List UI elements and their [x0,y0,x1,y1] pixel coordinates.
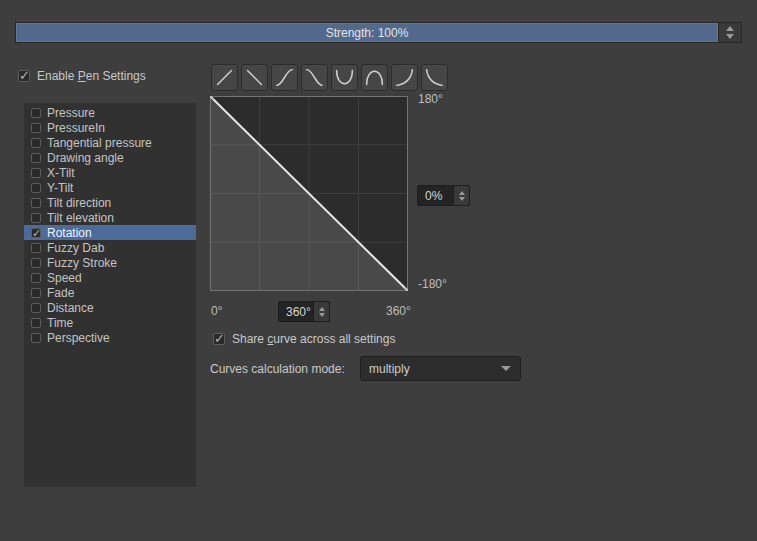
curves-mode-dropdown[interactable]: multiply [360,356,521,381]
sensor-row[interactable]: Y-Tilt [24,180,196,195]
sensor-checkbox[interactable] [31,198,41,208]
sensor-checkbox[interactable] [31,228,41,238]
sensor-list: Pressure PressureIn Tangential pressure … [24,103,196,487]
curve-s-ascending-button[interactable] [271,64,298,91]
x-max-label: 360° [386,304,411,318]
sensor-label: Time [47,316,73,330]
x-range-value[interactable]: 360° [279,305,313,319]
curve-u-icon [332,65,357,90]
sensor-row[interactable]: Tilt elevation [24,210,196,225]
curves-mode-value: multiply [361,362,501,376]
strength-slider[interactable]: Strength: 100% [15,22,742,43]
x-range-spin-buttons[interactable] [313,302,329,321]
spin-down-icon[interactable] [459,197,465,201]
sensor-row[interactable]: PressureIn [24,120,196,135]
sensor-checkbox[interactable] [31,258,41,268]
sensor-label: X-Tilt [47,166,75,180]
sensor-row[interactable]: Rotation [24,225,196,240]
sensor-row[interactable]: Tilt direction [24,195,196,210]
curve-j-descending-button[interactable] [421,64,448,91]
y-offset-spinbox[interactable]: 0% [417,185,470,206]
curve-j-descending-icon [422,65,447,90]
sensor-checkbox[interactable] [31,243,41,253]
share-curve-checkbox[interactable]: Share curve across all settings [213,332,395,346]
sensor-label: Perspective [47,331,110,345]
x-range-spinbox[interactable]: 360° [278,301,330,322]
sensor-label: Tilt elevation [47,211,114,225]
y-offset-value[interactable]: 0% [418,189,453,203]
sensor-label: PressureIn [47,121,105,135]
sensor-checkbox[interactable] [31,303,41,313]
sensor-label: Rotation [47,226,92,240]
y-offset-spin-buttons[interactable] [453,186,469,205]
enable-pen-settings-label: Enable Pen Settings [37,69,146,83]
sensor-checkbox[interactable] [31,123,41,133]
sensor-label: Fuzzy Stroke [47,256,117,270]
spin-up-icon[interactable] [459,191,465,195]
curve-linear-descending-button[interactable] [241,64,268,91]
curve-u-button[interactable] [331,64,358,91]
curve-editor[interactable] [210,96,408,291]
curves-mode-label: Curves calculation mode: [210,362,345,376]
strength-spinner[interactable] [718,23,741,42]
sensor-row[interactable]: X-Tilt [24,165,196,180]
sensor-checkbox[interactable] [31,168,41,178]
curve-linear-descending-icon [242,65,267,90]
curve-linear-ascending-button[interactable] [211,64,238,91]
curve-arch-button[interactable] [361,64,388,91]
sensor-checkbox[interactable] [31,273,41,283]
sensor-row[interactable]: Perspective [24,330,196,345]
pen-settings-dialog: { "colors": { "accent_blue": "#52698c", … [0,0,757,541]
sensor-label: Fade [47,286,74,300]
sensor-row[interactable]: Drawing angle [24,150,196,165]
sensor-checkbox[interactable] [31,288,41,298]
share-curve-label: Share curve across all settings [232,332,395,346]
sensor-row[interactable]: Pressure [24,105,196,120]
checkbox-icon[interactable] [213,333,225,345]
strength-slider-fill[interactable]: Strength: 100% [16,23,718,42]
sensor-row[interactable]: Tangential pressure [24,135,196,150]
sensor-checkbox[interactable] [31,318,41,328]
chevron-down-icon [501,366,511,371]
sensor-row[interactable]: Speed [24,270,196,285]
sensor-checkbox[interactable] [31,333,41,343]
sensor-row[interactable]: Fuzzy Dab [24,240,196,255]
sensor-checkbox[interactable] [31,183,41,193]
sensor-checkbox[interactable] [31,213,41,223]
sensor-label: Tilt direction [47,196,111,210]
sensor-row[interactable]: Time [24,315,196,330]
spin-up-icon[interactable] [726,26,734,31]
sensor-checkbox[interactable] [31,153,41,163]
curve-s-descending-button[interactable] [301,64,328,91]
curve-linear-ascending-icon [212,65,237,90]
sensor-row[interactable]: Distance [24,300,196,315]
sensor-label: Drawing angle [47,151,124,165]
x-min-label: 0° [211,304,222,318]
curve-canvas[interactable] [210,96,408,291]
y-max-label: 180° [418,92,443,106]
curve-j-ascending-button[interactable] [391,64,418,91]
sensor-checkbox[interactable] [31,138,41,148]
sensor-label: Pressure [47,106,95,120]
sensor-label: Distance [47,301,94,315]
enable-pen-settings-checkbox[interactable]: Enable Pen Settings [18,69,146,83]
sensor-row[interactable]: Fuzzy Stroke [24,255,196,270]
sensor-checkbox[interactable] [31,108,41,118]
sensor-row[interactable]: Fade [24,285,196,300]
spin-down-icon[interactable] [726,34,734,39]
y-min-label: -180° [418,277,447,291]
sensor-label: Fuzzy Dab [47,241,104,255]
curve-j-ascending-icon [392,65,417,90]
curve-arch-icon [362,65,387,90]
curve-s-descending-icon [302,65,327,90]
sensor-label: Speed [47,271,82,285]
curve-preset-row [211,64,448,91]
strength-slider-label: Strength: 100% [326,26,409,40]
curve-s-ascending-icon [272,65,297,90]
sensor-label: Y-Tilt [47,181,73,195]
sensor-label: Tangential pressure [47,136,152,150]
checkbox-icon[interactable] [18,70,30,82]
spin-up-icon[interactable] [319,307,325,311]
spin-down-icon[interactable] [319,313,325,317]
